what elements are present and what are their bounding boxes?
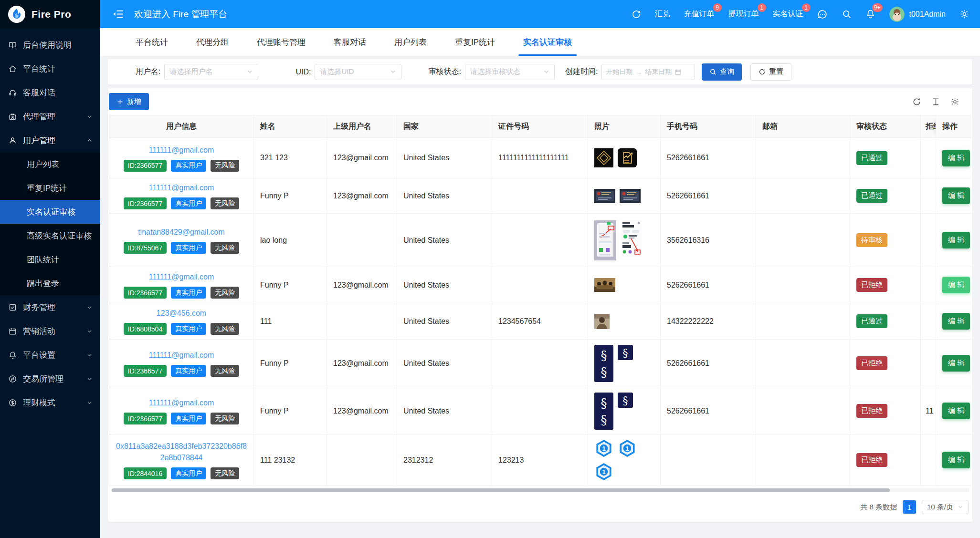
user-account-link[interactable]: tinatan88429@gmail.com (138, 227, 225, 238)
user-account-link[interactable]: 111111@gmail.com (149, 182, 214, 194)
username-select[interactable]: 请选择用户名 (164, 64, 258, 80)
sidebar-item[interactable]: 后台使用说明 (0, 33, 100, 57)
user-menu[interactable]: t001Admin (889, 7, 946, 22)
parent-user-cell: 123@gmail.com (327, 178, 397, 214)
photo-thumbnail-hex-coin[interactable]: 1 (594, 462, 613, 481)
parent-user-cell: 123@gmail.com (327, 340, 397, 387)
name-cell: 321 123 (254, 138, 327, 178)
gear-icon[interactable] (959, 9, 969, 19)
reload-icon[interactable] (912, 97, 921, 106)
tab[interactable]: 平台统计 (133, 28, 171, 56)
photo-thumbnail-navy-s-tall[interactable]: §§ (594, 393, 613, 430)
topbar-nav-item[interactable]: 汇兑 (655, 9, 670, 19)
column-settings-icon[interactable] (950, 97, 959, 106)
user-id-badge: ID:8755067 (124, 242, 167, 254)
page-1-button[interactable]: 1 (903, 500, 916, 514)
user-account-link[interactable]: 111111@gmail.com (149, 145, 214, 156)
real-user-tag: 真实用户 (171, 160, 206, 172)
reject-reason-cell (921, 178, 936, 214)
edit-button[interactable]: 编 辑 (942, 232, 970, 248)
parent-user-cell (327, 435, 397, 486)
photo-thumbnail-navy-s-square[interactable]: § (618, 345, 633, 360)
photo-thumbnail-hex-coin[interactable]: 1 (618, 439, 637, 458)
sidebar-item[interactable]: 代理管理 (0, 104, 100, 128)
risk-tag: 无风险 (211, 160, 239, 172)
photo-thumbnail-black-gold-logo[interactable] (594, 148, 613, 167)
photo-thumbnail-app-shot-a[interactable] (594, 220, 616, 260)
user-account-link[interactable]: 111111@gmail.com (149, 271, 214, 283)
count-badge: 1 (758, 3, 766, 12)
photo-thumbnail-black-gold-doc[interactable] (618, 148, 637, 167)
photo-thumbnail-portrait-photo[interactable] (594, 314, 610, 329)
photo-thumbnail-navy-s-tall[interactable]: §§ (594, 345, 613, 382)
tab[interactable]: 代理账号管理 (254, 28, 308, 56)
edit-button[interactable]: 编 辑 (942, 313, 970, 330)
id-number-cell: 1111111111111111111 (492, 138, 588, 178)
topbar-nav-item[interactable]: 提现订单1 (728, 9, 759, 19)
edit-button[interactable]: 编 辑 (942, 277, 970, 293)
sidebar-subitem[interactable]: 用户列表 (0, 152, 100, 176)
sidebar-item[interactable]: 用户管理 (0, 128, 100, 152)
tab[interactable]: 实名认证审核 (520, 28, 575, 56)
photo-thumbnail-app-shot-b[interactable] (621, 220, 642, 257)
topbar-nav-item[interactable]: 实名认证1 (773, 9, 803, 19)
uid-select[interactable]: 请选择UID (315, 64, 401, 80)
page-size-select[interactable]: 10 条/页 (922, 500, 969, 514)
sidebar-item[interactable]: 平台设置 (0, 343, 100, 367)
tab[interactable]: 客服对话 (331, 28, 369, 56)
tab[interactable]: 用户列表 (391, 28, 430, 56)
add-button[interactable]: 新增 (109, 93, 149, 110)
sidebar-subitem[interactable]: 高级实名认证审核 (0, 224, 100, 248)
photos-cell: §§§ (588, 340, 661, 387)
refresh-icon[interactable] (632, 10, 641, 19)
chevron-down-icon (86, 114, 93, 120)
column-header: 国家 (397, 115, 492, 138)
chat-icon[interactable] (817, 9, 828, 20)
scrollbar-thumb[interactable] (112, 488, 890, 492)
edit-button[interactable]: 编 辑 (942, 355, 970, 372)
parent-user-cell: 123@gmail.com (327, 138, 397, 178)
sidebar-item[interactable]: 财务管理 (0, 295, 100, 319)
sidebar-subitem[interactable]: 踢出登录 (0, 271, 100, 295)
sidebar-item[interactable]: 平台统计 (0, 57, 100, 81)
sidebar-subitem[interactable]: 重复IP统计 (0, 176, 100, 200)
user-account-link[interactable]: 0x811a3a82ea3188d3feb372320b86f82e8b0788… (116, 441, 247, 464)
user-account-link[interactable]: 111111@gmail.com (149, 350, 214, 361)
sidebar-item[interactable]: 理财模式 (0, 391, 100, 414)
tab[interactable]: 代理分组 (193, 28, 232, 56)
menu-fold-icon[interactable] (113, 9, 124, 20)
photos-cell (588, 138, 661, 178)
sidebar-item[interactable]: 交易所管理 (0, 367, 100, 391)
sidebar-subitem[interactable]: 实名认证审核 (0, 200, 100, 224)
horizontal-scrollbar[interactable] (111, 488, 969, 492)
edit-button[interactable]: 编 辑 (942, 150, 970, 166)
edit-button[interactable]: 编 辑 (942, 403, 970, 419)
sidebar-item[interactable]: 客服对话 (0, 81, 100, 104)
search-icon[interactable] (842, 9, 852, 19)
svg-text:1: 1 (602, 468, 605, 476)
status-select[interactable]: 请选择审核状态 (465, 64, 555, 80)
density-icon[interactable] (931, 97, 940, 106)
edit-button[interactable]: 编 辑 (942, 452, 970, 468)
table-row: 111111@gmail.com ID:2366577 真实用户 无风险 Fun… (109, 178, 972, 214)
photo-thumbnail-id-card[interactable] (594, 189, 615, 203)
search-button[interactable]: 查询 (702, 63, 742, 81)
user-account-link[interactable]: 123@456.com (157, 308, 206, 319)
date-range-input[interactable]: 开始日期 → 结束日期 (601, 64, 695, 80)
photo-thumbnail-hex-coin[interactable]: 1 (594, 439, 613, 458)
reset-button[interactable]: 重置 (750, 63, 791, 81)
sidebar-item[interactable]: 营销活动 (0, 319, 100, 343)
status-badge: 已拒绝 (856, 453, 887, 467)
country-cell: United States (397, 178, 492, 214)
user-info-cell: 0x811a3a82ea3188d3feb372320b86f82e8b0788… (109, 435, 254, 486)
bell-icon[interactable]: 9+ (865, 9, 875, 19)
sidebar-subitem[interactable]: 团队统计 (0, 248, 100, 271)
table-row: 111111@gmail.com ID:2366577 真实用户 无风险 321… (109, 138, 972, 178)
topbar-nav-item[interactable]: 充值订单9 (684, 9, 715, 19)
edit-button[interactable]: 编 辑 (942, 187, 970, 204)
user-account-link[interactable]: 111111@gmail.com (149, 397, 214, 409)
photo-thumbnail-navy-s-square[interactable]: § (618, 393, 633, 408)
photo-thumbnail-group-photo[interactable] (594, 278, 615, 292)
photo-thumbnail-id-card[interactable] (620, 189, 641, 203)
tab[interactable]: 重复IP统计 (452, 28, 498, 56)
